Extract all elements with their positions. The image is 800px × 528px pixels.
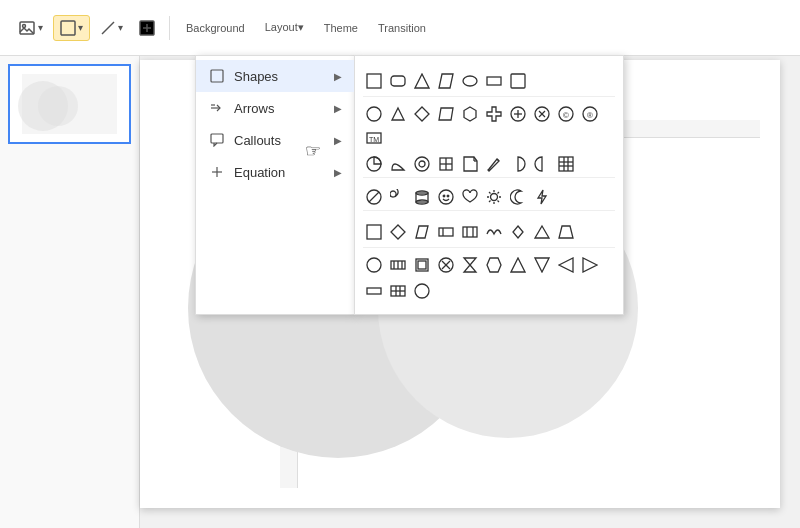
shape-times-circle[interactable]: [531, 103, 553, 125]
svg-marker-23: [439, 108, 453, 120]
shapes-toolbar-button[interactable]: ▾: [53, 15, 90, 41]
svg-point-17: [463, 76, 477, 86]
shape-moon[interactable]: [507, 186, 529, 208]
shape-s2r2-hex[interactable]: [483, 254, 505, 276]
arrows-menu-item[interactable]: Arrows ▶: [196, 92, 354, 124]
shape-ellipse[interactable]: [459, 70, 481, 92]
shape-circle2[interactable]: [411, 153, 433, 175]
svg-point-58: [443, 195, 445, 197]
shape-s2-rect2[interactable]: [435, 221, 457, 243]
shape-lightning[interactable]: [531, 186, 553, 208]
shape-cross[interactable]: [483, 103, 505, 125]
shape-note[interactable]: [459, 153, 481, 175]
svg-rect-47: [559, 157, 573, 171]
shape-s2-trap[interactable]: [555, 221, 577, 243]
shape-circle[interactable]: [363, 103, 385, 125]
svg-line-3: [102, 22, 114, 34]
svg-marker-15: [415, 74, 429, 88]
svg-marker-16: [439, 74, 453, 88]
callouts-menu-item[interactable]: Callouts ▶: [196, 124, 354, 156]
equation-menu-item[interactable]: Equation ▶: [196, 156, 354, 188]
shape-s2-para[interactable]: [411, 221, 433, 243]
shape-s2r2-circle[interactable]: [363, 254, 385, 276]
equation-menu-icon: [208, 163, 226, 181]
shape-s2r2-x[interactable]: [435, 254, 457, 276]
shape-tri2[interactable]: [387, 103, 409, 125]
add-button[interactable]: [133, 16, 161, 40]
layout-button[interactable]: Layout▾: [257, 17, 312, 38]
shape-s2r3-grid[interactable]: [387, 280, 409, 302]
line-button[interactable]: ▾: [94, 16, 129, 40]
shape-rounded-rect[interactable]: [387, 70, 409, 92]
shape-triangle[interactable]: [411, 70, 433, 92]
svg-rect-13: [367, 74, 381, 88]
shape-s2-diamond[interactable]: [387, 221, 409, 243]
svg-rect-75: [463, 227, 477, 237]
svg-marker-94: [535, 258, 549, 272]
shape-diamond[interactable]: [411, 103, 433, 125]
background-button[interactable]: Background: [178, 18, 253, 38]
svg-marker-24: [464, 107, 476, 121]
section2: [363, 217, 615, 248]
shape-arc[interactable]: [387, 153, 409, 175]
shape-sun[interactable]: [483, 186, 505, 208]
shapes-label: Shapes: [234, 69, 326, 84]
svg-text:TM: TM: [369, 136, 379, 143]
svg-line-67: [498, 192, 500, 194]
shape-s2r2-trileft[interactable]: [555, 254, 577, 276]
shape-s2r2-hourglass[interactable]: [459, 254, 481, 276]
shape-smiley[interactable]: [435, 186, 457, 208]
svg-marker-22: [415, 107, 429, 121]
svg-point-102: [415, 284, 429, 298]
shape-heart[interactable]: [459, 186, 481, 208]
shape-tm[interactable]: TM: [363, 127, 385, 149]
shape-plus-circle[interactable]: [507, 103, 529, 125]
shape-brace[interactable]: [435, 153, 457, 175]
shape-half-circle-right[interactable]: [507, 153, 529, 175]
equation-label: Equation: [234, 165, 326, 180]
shape-s2-rect3[interactable]: [459, 221, 481, 243]
shape-rect2[interactable]: [507, 70, 529, 92]
toolbar: ▾ ▾ ▾ Background Layout▾ Theme Transitio…: [0, 0, 800, 56]
image-button[interactable]: ▾: [12, 15, 49, 41]
shape-r-circle[interactable]: ®: [579, 103, 601, 125]
svg-point-40: [419, 161, 425, 167]
callouts-menu-icon: [208, 131, 226, 149]
svg-point-81: [367, 258, 381, 272]
shape-pencil[interactable]: [483, 153, 505, 175]
shape-s2-tri-up[interactable]: [531, 221, 553, 243]
shape-s2r2-rect[interactable]: [387, 254, 409, 276]
theme-button[interactable]: Theme: [316, 18, 366, 38]
shape-para2[interactable]: [435, 103, 457, 125]
shape-parallelogram[interactable]: [435, 70, 457, 92]
shape-half-circle-left[interactable]: [531, 153, 553, 175]
shape-c-circle[interactable]: ©: [555, 103, 577, 125]
shape-no-sign[interactable]: [363, 186, 385, 208]
transition-button[interactable]: Transition: [370, 18, 434, 38]
shape-s2r3-circle2[interactable]: [411, 280, 433, 302]
shape-spiral[interactable]: [387, 186, 409, 208]
shape-s2-diamond2[interactable]: [507, 221, 529, 243]
svg-marker-21: [392, 108, 404, 120]
shape-s2r2-tridown[interactable]: [531, 254, 553, 276]
svg-line-66: [498, 201, 500, 203]
shape-s2r3-rect[interactable]: [363, 280, 385, 302]
shapes-menu-item[interactable]: Shapes ▶: [196, 60, 354, 92]
svg-point-57: [439, 190, 453, 204]
shape-s2-bump[interactable]: [483, 221, 505, 243]
svg-point-59: [447, 195, 449, 197]
basic-shapes-section: [363, 66, 615, 97]
shape-rect-wide[interactable]: [483, 70, 505, 92]
shape-hexagon[interactable]: [459, 103, 481, 125]
svg-rect-18: [487, 77, 501, 85]
shape-s2r2-sq[interactable]: [411, 254, 433, 276]
svg-line-65: [489, 192, 491, 194]
shape-s2r2-triup2[interactable]: [507, 254, 529, 276]
shape-grid[interactable]: [555, 153, 577, 175]
shape-s2r2-triright[interactable]: [579, 254, 601, 276]
shape-square[interactable]: [363, 70, 385, 92]
shape-cylinder[interactable]: [411, 186, 433, 208]
shape-s2-rect[interactable]: [363, 221, 385, 243]
slide-thumbnail[interactable]: 1: [8, 64, 131, 144]
shape-pie[interactable]: [363, 153, 385, 175]
